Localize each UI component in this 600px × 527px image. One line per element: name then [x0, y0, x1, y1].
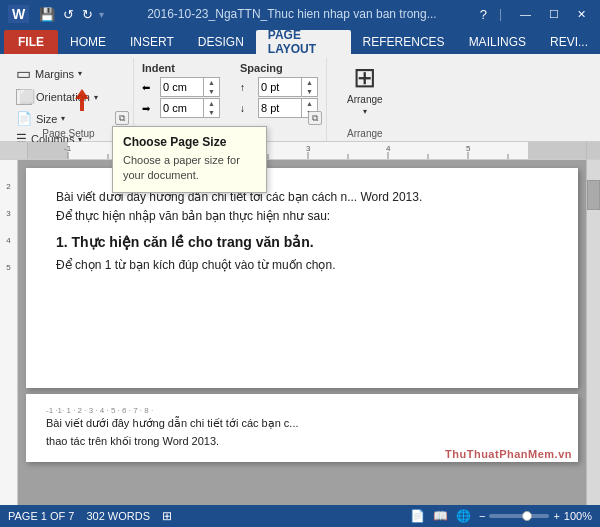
margins-icon: ▭	[16, 64, 31, 83]
save-icon[interactable]: 💾	[37, 7, 57, 22]
zoom-level: 100%	[564, 510, 592, 522]
indent-left-input[interactable]	[161, 78, 203, 96]
indent-right-down[interactable]: ▼	[204, 108, 219, 117]
tab-home[interactable]: HOME	[58, 30, 118, 54]
indent-left-icon: ⬅	[142, 82, 158, 93]
spacing-section: Spacing ↑ ▲ ▼ ↓	[240, 62, 318, 118]
svg-text:4: 4	[386, 144, 391, 153]
indent-right-spinner[interactable]: ▲ ▼	[160, 98, 220, 118]
undo-icon[interactable]: ↺	[61, 7, 76, 22]
status-bar: PAGE 1 OF 7 302 WORDS ⊞ 📄 📖 🌐 − + 100%	[0, 505, 600, 527]
spacing-before-down[interactable]: ▼	[302, 87, 317, 96]
indent-right-up[interactable]: ▲	[204, 99, 219, 108]
tooltip-title: Choose Page Size	[123, 135, 256, 149]
vertical-scrollbar[interactable]	[586, 160, 600, 505]
tab-file[interactable]: FILE	[4, 30, 58, 54]
status-icon-1: ⊞	[162, 509, 172, 523]
svg-text:3: 3	[306, 144, 311, 153]
close-button[interactable]: ✕	[571, 8, 592, 21]
page2-para-1: Bài viết dưới đây hướng dẫn chi tiết tới…	[46, 415, 558, 433]
maximize-button[interactable]: ☐	[543, 8, 565, 21]
indent-left-up[interactable]: ▲	[204, 78, 219, 87]
view-icon-read[interactable]: 📖	[433, 509, 448, 523]
spacing-label: Spacing	[240, 62, 318, 74]
document-title: 2016-10-23_NgaTTN_Thuc hien nhap van ban…	[104, 7, 479, 21]
spacing-before-spinner-btns[interactable]: ▲ ▼	[301, 78, 317, 96]
indent-right-input[interactable]	[161, 99, 203, 117]
ribbon-content: ▭ Margins ▾ ⬜ Orientation ▾ 📄 Size ▾	[0, 54, 600, 142]
size-label: Size	[36, 113, 57, 125]
tab-review[interactable]: REVI...	[538, 30, 600, 54]
page-scroll-area[interactable]: Bài viết dưới đây hướng dẫn chi tiết tới…	[18, 160, 586, 505]
title-bar-left: W 💾 ↺ ↻ ▾	[8, 5, 104, 23]
page-info: PAGE 1 OF 7	[8, 510, 74, 522]
orientation-button[interactable]: ⬜ Orientation ▾	[12, 87, 102, 107]
zoom-track[interactable]	[489, 514, 549, 518]
ruler-corner	[0, 142, 28, 159]
arrange-button[interactable]: ⊞ Arrange ▾	[339, 62, 391, 118]
arrange-dropdown-arrow: ▾	[363, 107, 367, 116]
spacing-before-up[interactable]: ▲	[302, 78, 317, 87]
tab-design[interactable]: DESIGN	[186, 30, 256, 54]
zoom-plus[interactable]: +	[553, 510, 559, 522]
zoom-control[interactable]: − + 100%	[479, 510, 592, 522]
status-left: PAGE 1 OF 7 302 WORDS ⊞	[8, 509, 172, 523]
indent-left-spinner-btns[interactable]: ▲ ▼	[203, 78, 219, 96]
svg-rect-2	[528, 142, 586, 159]
page-para-2: Để thực hiện nhập văn bản bạn thực hiện …	[56, 207, 548, 226]
status-right: 📄 📖 🌐 − + 100%	[410, 509, 592, 523]
document-area: 2 3 4 5 Bài viết dưới đây hướng dẫn chi …	[0, 160, 600, 505]
spacing-after-row: ↓ ▲ ▼	[240, 98, 318, 118]
orientation-icon: ⬜	[16, 89, 32, 105]
zoom-thumb[interactable]	[522, 511, 532, 521]
redo-icon[interactable]: ↻	[80, 7, 95, 22]
indent-spacing-row: Indent ⬅ ▲ ▼ ➡	[142, 62, 318, 118]
margins-button[interactable]: ▭ Margins ▾	[12, 62, 86, 85]
tab-references[interactable]: REFERENCES	[351, 30, 457, 54]
vruler-2: 2	[6, 182, 10, 191]
vruler-5: 5	[6, 263, 10, 272]
indent-right-spinner-btns[interactable]: ▲ ▼	[203, 99, 219, 117]
minimize-button[interactable]: —	[514, 8, 537, 20]
scrollbar-right-corner	[586, 142, 600, 159]
spacing-after-up[interactable]: ▲	[302, 99, 317, 108]
spacing-after-input[interactable]	[259, 99, 301, 117]
view-icon-web[interactable]: 🌐	[456, 509, 471, 523]
margins-label: Margins	[35, 68, 74, 80]
indent-label: Indent	[142, 62, 220, 74]
size-icon: 📄	[16, 111, 32, 126]
tab-page-layout[interactable]: PAGE LAYOUT	[256, 30, 351, 54]
size-dropdown: ▾	[61, 114, 65, 123]
tab-insert[interactable]: INSERT	[118, 30, 186, 54]
spacing-before-spinner[interactable]: ▲ ▼	[258, 77, 318, 97]
svg-rect-1	[28, 142, 68, 159]
indent-section: Indent ⬅ ▲ ▼ ➡	[142, 62, 220, 118]
indent-right-row: ➡ ▲ ▼	[142, 98, 220, 118]
page-1: Bài viết dưới đây hướng dẫn chi tiết tới…	[26, 168, 578, 388]
ribbon-tab-row: FILE HOME INSERT DESIGN PAGE LAYOUT REFE…	[0, 28, 600, 54]
horizontal-ruler-area: -1 1 2 3 4 5	[0, 142, 600, 160]
zoom-minus[interactable]: −	[479, 510, 485, 522]
spacing-before-icon: ↑	[240, 82, 256, 93]
indent-left-spinner[interactable]: ▲ ▼	[160, 77, 220, 97]
page-2-preview: L -1 ·1· 1 · 2 · 3 · 4 · 5 · 6 · 7 · 8 ·…	[26, 394, 578, 462]
window-controls: ? | — ☐ ✕	[480, 7, 592, 22]
scrollbar-thumb[interactable]	[587, 180, 600, 210]
indent-right-icon: ➡	[142, 103, 158, 114]
view-icon-print[interactable]: 📄	[410, 509, 425, 523]
vruler-3: 3	[6, 209, 10, 218]
paragraph-dialog-launcher[interactable]: ⧉	[308, 111, 322, 125]
indent-left-down[interactable]: ▼	[204, 87, 219, 96]
size-button[interactable]: 📄 Size ▾	[12, 109, 69, 128]
vertical-ruler: 2 3 4 5	[0, 160, 18, 505]
red-arrow-indicator	[67, 85, 97, 115]
indent-left-row: ⬅ ▲ ▼	[142, 77, 220, 97]
page-setup-dialog-launcher[interactable]: ⧉	[115, 111, 129, 125]
tab-mailings[interactable]: MAILINGS	[457, 30, 538, 54]
arrange-group-label: Arrange	[327, 128, 403, 139]
spacing-before-input[interactable]	[259, 78, 301, 96]
tooltip-description: Choose a paper size for your document.	[123, 153, 256, 184]
help-icon[interactable]: ?	[480, 7, 487, 22]
title-bar: W 💾 ↺ ↻ ▾ 2016-10-23_NgaTTN_Thuc hien nh…	[0, 0, 600, 28]
arrange-group: ⊞ Arrange ▾ Arrange	[327, 58, 403, 141]
